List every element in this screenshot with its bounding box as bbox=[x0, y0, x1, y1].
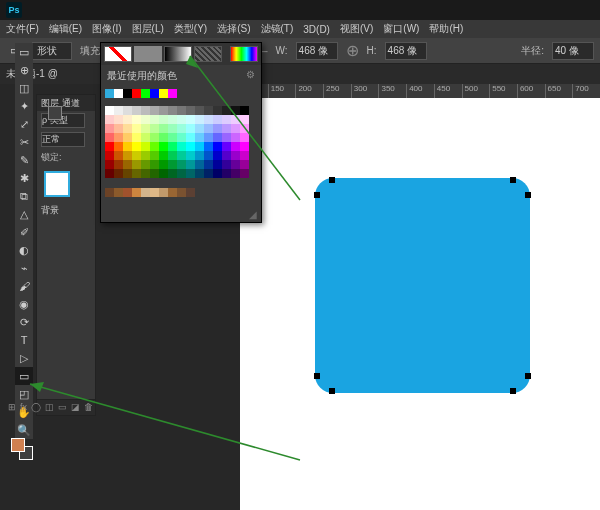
swatch[interactable] bbox=[204, 106, 213, 115]
swatch[interactable] bbox=[114, 160, 123, 169]
swatch[interactable] bbox=[204, 142, 213, 151]
swatch[interactable] bbox=[132, 160, 141, 169]
swatch[interactable] bbox=[240, 133, 249, 142]
layer-action-icon[interactable]: fx bbox=[20, 402, 27, 412]
swatch[interactable] bbox=[141, 106, 150, 115]
rounded-rectangle-shape[interactable] bbox=[315, 178, 530, 393]
menu-edit[interactable]: 编辑(E) bbox=[49, 22, 82, 36]
tool-8[interactable]: ⧉ bbox=[15, 187, 33, 205]
swatch[interactable] bbox=[168, 160, 177, 169]
swatch[interactable] bbox=[159, 142, 168, 151]
swatch[interactable] bbox=[213, 133, 222, 142]
swatch[interactable] bbox=[150, 169, 159, 178]
swatch[interactable] bbox=[114, 124, 123, 133]
swatch[interactable] bbox=[141, 160, 150, 169]
menu-image[interactable]: 图像(I) bbox=[92, 22, 121, 36]
swatch[interactable] bbox=[114, 169, 123, 178]
swatch[interactable] bbox=[222, 160, 231, 169]
swatch[interactable] bbox=[231, 169, 240, 178]
swatch[interactable] bbox=[105, 115, 114, 124]
swatch[interactable] bbox=[231, 151, 240, 160]
layer-action-icon[interactable]: ▭ bbox=[58, 402, 67, 412]
swatch[interactable] bbox=[123, 142, 132, 151]
menu-select[interactable]: 选择(S) bbox=[217, 22, 250, 36]
menu-filter[interactable]: 滤镜(T) bbox=[261, 22, 294, 36]
swatch[interactable] bbox=[186, 160, 195, 169]
swatch[interactable] bbox=[159, 151, 168, 160]
swatch[interactable] bbox=[204, 160, 213, 169]
swatch[interactable] bbox=[186, 115, 195, 124]
tool-21[interactable]: 🔍 bbox=[15, 421, 33, 439]
swatch[interactable] bbox=[177, 160, 186, 169]
foreground-color[interactable] bbox=[11, 438, 25, 452]
swatch[interactable] bbox=[150, 142, 159, 151]
swatch[interactable] bbox=[186, 188, 195, 197]
tool-14[interactable]: ◉ bbox=[15, 295, 33, 313]
swatch[interactable] bbox=[240, 169, 249, 178]
swatch[interactable] bbox=[132, 89, 141, 98]
swatch[interactable] bbox=[141, 169, 150, 178]
swatch[interactable] bbox=[195, 160, 204, 169]
swatch[interactable] bbox=[195, 169, 204, 178]
tool-11[interactable]: ◐ bbox=[15, 241, 33, 259]
swatch[interactable] bbox=[177, 133, 186, 142]
swatch[interactable] bbox=[240, 106, 249, 115]
swatch[interactable] bbox=[222, 106, 231, 115]
swatch[interactable] bbox=[195, 115, 204, 124]
swatch[interactable] bbox=[168, 151, 177, 160]
swatch[interactable] bbox=[168, 188, 177, 197]
swatch[interactable] bbox=[132, 142, 141, 151]
swatch[interactable] bbox=[150, 89, 159, 98]
tool-17[interactable]: ▷ bbox=[15, 349, 33, 367]
swatch[interactable] bbox=[204, 151, 213, 160]
swatch[interactable] bbox=[213, 151, 222, 160]
swatch[interactable] bbox=[141, 124, 150, 133]
swatch[interactable] bbox=[105, 169, 114, 178]
swatch[interactable] bbox=[105, 160, 114, 169]
swatch[interactable] bbox=[123, 151, 132, 160]
swatch[interactable] bbox=[240, 151, 249, 160]
color-spectrum-tab[interactable] bbox=[230, 46, 258, 62]
tool-0[interactable]: ▭ bbox=[15, 43, 33, 61]
tool-12[interactable]: ⌁ bbox=[15, 259, 33, 277]
swatch[interactable] bbox=[186, 151, 195, 160]
swatch[interactable] bbox=[105, 89, 114, 98]
swatch[interactable] bbox=[123, 188, 132, 197]
no-fill-tab[interactable] bbox=[104, 46, 132, 62]
swatch[interactable] bbox=[168, 115, 177, 124]
swatch[interactable] bbox=[141, 151, 150, 160]
swatch[interactable] bbox=[105, 133, 114, 142]
swatch[interactable] bbox=[186, 106, 195, 115]
swatch[interactable] bbox=[177, 188, 186, 197]
tool-9[interactable]: △ bbox=[15, 205, 33, 223]
tool-7[interactable]: ✱ bbox=[15, 169, 33, 187]
swatch[interactable] bbox=[213, 106, 222, 115]
swatch[interactable] bbox=[132, 133, 141, 142]
tool-6[interactable]: ✎ bbox=[15, 151, 33, 169]
tool-2[interactable]: ◫ bbox=[15, 79, 33, 97]
swatch[interactable] bbox=[132, 169, 141, 178]
tool-13[interactable]: 🖌 bbox=[15, 277, 33, 295]
swatch[interactable] bbox=[132, 151, 141, 160]
swatch[interactable] bbox=[114, 106, 123, 115]
swatch[interactable] bbox=[195, 142, 204, 151]
swatch[interactable] bbox=[150, 133, 159, 142]
swatch[interactable] bbox=[123, 160, 132, 169]
swatch[interactable] bbox=[123, 115, 132, 124]
tool-10[interactable]: ✐ bbox=[15, 223, 33, 241]
swatch[interactable] bbox=[159, 160, 168, 169]
swatch[interactable] bbox=[114, 133, 123, 142]
swatch[interactable] bbox=[231, 142, 240, 151]
swatch[interactable] bbox=[195, 151, 204, 160]
tool-3[interactable]: ✦ bbox=[15, 97, 33, 115]
radius-input[interactable]: 40 像 bbox=[552, 42, 594, 60]
solid-fill-tab[interactable] bbox=[134, 46, 162, 62]
menu-window[interactable]: 窗口(W) bbox=[383, 22, 419, 36]
layer-background[interactable]: 背景 bbox=[37, 202, 95, 219]
swatch[interactable] bbox=[132, 188, 141, 197]
swatch[interactable] bbox=[213, 142, 222, 151]
swatch[interactable] bbox=[114, 89, 123, 98]
swatch[interactable] bbox=[240, 115, 249, 124]
swatch[interactable] bbox=[222, 142, 231, 151]
blend-mode-select[interactable]: 正常 bbox=[41, 132, 85, 147]
